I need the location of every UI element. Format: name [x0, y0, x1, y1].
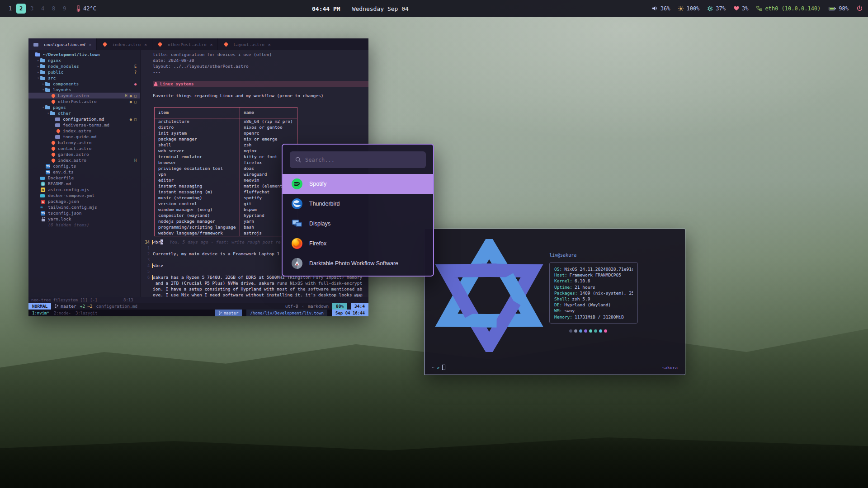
editor-tab[interactable]: Layout.astro ×: [218, 38, 276, 50]
file-icon: [45, 81, 51, 87]
tree-item[interactable]: ▾ src: [28, 75, 140, 81]
statusline-filename: configuration.md: [96, 304, 138, 309]
table-row: programming/scripting languagebash: [155, 224, 297, 230]
table-row: window manager (xorg)bspwm: [155, 206, 297, 212]
color-swatch: [584, 329, 587, 333]
workspace-button[interactable]: 1: [5, 4, 15, 14]
tmux-window-3[interactable]: 3:lazygit: [75, 311, 98, 315]
file-icon: [50, 146, 56, 151]
tree-item[interactable]: Dockerfile: [28, 175, 140, 181]
date-label: Wednesday Sep 04: [352, 5, 409, 12]
tree-item[interactable]: ▸ components ●: [28, 81, 140, 87]
tree-item[interactable]: tailwind.config.mjs: [28, 204, 140, 210]
tree-item[interactable]: ▸ node_modules E: [28, 63, 140, 69]
git-branch-icon: [55, 304, 59, 309]
fetch-info-line: Kernel: 6.10.6: [554, 278, 633, 284]
workspace-button[interactable]: 8: [49, 4, 58, 14]
color-swatch: [599, 329, 602, 333]
chevron-icon: ▾: [36, 76, 40, 80]
color-swatch: [579, 329, 582, 333]
filetype-label: markdown: [308, 304, 329, 309]
fetch-info-line: Packages: 1409 (nix-system), 2590 (nix-u…: [554, 290, 633, 296]
tree-item[interactable]: astro.config.mjs: [28, 187, 140, 192]
tree-item[interactable]: configuration.md ● □: [28, 116, 140, 122]
tree-item[interactable]: tsconfig.json: [28, 210, 140, 216]
file-icon: [50, 158, 56, 163]
tree-item[interactable]: contact.astro: [28, 145, 140, 151]
tree-item[interactable]: ▾ pages: [28, 104, 140, 110]
tab-close-icon[interactable]: ×: [210, 42, 213, 47]
tree-item[interactable]: balcony.astro: [28, 140, 140, 145]
workspace-button[interactable]: 2: [16, 4, 26, 14]
chevron-icon: ▸: [41, 82, 45, 86]
tree-item[interactable]: config.ts: [28, 163, 140, 169]
linux-penguin-icon: [154, 82, 158, 86]
fetch-info-line: DE: Hyprland (Wayland): [554, 302, 633, 308]
tree-item[interactable]: ▸ nginx: [28, 57, 140, 63]
tmux-window-2[interactable]: 2:node-: [54, 311, 71, 315]
launcher-item-displays[interactable]: Displays: [283, 214, 433, 234]
tree-item[interactable]: ▾ other: [28, 110, 140, 116]
tmux-window-1[interactable]: 1:nvim*: [32, 311, 49, 315]
buffer-blank-line: [141, 99, 368, 104]
tree-item[interactable]: Layout.astro H ● □: [28, 93, 140, 99]
tmux-cwd: /home/liv/Development/liv.town: [246, 310, 327, 316]
launcher-item-spotify[interactable]: Spotify: [283, 174, 433, 194]
workspace-button[interactable]: 4: [38, 4, 47, 14]
buffer-line: ---: [141, 69, 368, 75]
network-readout: eth0 (10.0.0.140): [756, 5, 821, 12]
nixos-logo: [433, 239, 546, 352]
editor-tab[interactable]: otherPost.astro ×: [152, 38, 218, 50]
tree-item[interactable]: package.json: [28, 198, 140, 204]
tree-item[interactable]: index.astro: [28, 128, 140, 134]
table-row: web servernginx: [155, 148, 297, 154]
tree-item[interactable]: env.d.ts: [28, 169, 140, 175]
tree-item[interactable]: garden.astro: [28, 151, 140, 157]
tab-close-icon[interactable]: ×: [268, 42, 271, 47]
file-icon: [40, 181, 46, 187]
file-tree: ~/Development/liv.town ▸ nginx ▸ node_: [28, 50, 140, 297]
table-row: webdev language/frameworkastrojs: [155, 230, 297, 236]
file-icon: [33, 42, 39, 47]
spotify-icon: [291, 178, 303, 190]
tree-item[interactable]: ~/Development/liv.town: [28, 52, 140, 57]
tree-item[interactable]: tone-guide.md: [28, 134, 140, 140]
color-swatch: [574, 329, 577, 333]
network-icon: [756, 6, 762, 11]
editor-tab[interactable]: configuration.md ×: [28, 38, 97, 50]
color-swatch: [594, 329, 597, 333]
tree-item[interactable]: index.astro H: [28, 157, 140, 163]
tree-item[interactable]: (6 hidden items): [28, 222, 140, 228]
launcher-item-darktable[interactable]: Darktable Photo Workflow Software: [283, 253, 433, 273]
editor-tab[interactable]: index.astro ×: [97, 38, 152, 50]
table-row: architecturex86_64 (rip m2 pro): [155, 118, 297, 125]
tree-item[interactable]: ▾ layouts: [28, 87, 140, 93]
tmux-clock: Sep 04 16:44: [332, 310, 368, 316]
launcher-item-firefox[interactable]: Firefox: [283, 234, 433, 253]
workspace-button[interactable]: 9: [60, 4, 69, 14]
table-row: distronixos or gentoo: [155, 124, 297, 130]
git-status-badge: ● □: [130, 99, 140, 104]
file-icon: [102, 42, 108, 47]
tab-close-icon[interactable]: ×: [144, 42, 147, 47]
tab-close-icon[interactable]: ×: [89, 42, 92, 47]
search-input[interactable]: [305, 157, 420, 163]
shell-prompt[interactable]: ~ >: [432, 365, 445, 370]
tree-item[interactable]: yarn.lock: [28, 216, 140, 222]
launcher-item-thunderbird[interactable]: Thunderbird: [283, 194, 433, 214]
fastfetch-terminal-window[interactable]: liv@sakura OS: NixOS 24.11.20240828.71e9…: [424, 229, 685, 375]
tree-item[interactable]: README.md: [28, 181, 140, 187]
table-row: nodejs package manageryarn: [155, 218, 297, 224]
text-cursor: >: [160, 239, 163, 244]
file-icon: [40, 75, 46, 81]
launcher-search-box[interactable]: [290, 151, 426, 168]
power-button[interactable]: [857, 5, 863, 11]
table-row: package managernix or emerge: [155, 136, 297, 142]
workspace-switcher: 1 2 3 4 8 9: [5, 4, 69, 14]
tree-item[interactable]: docker-compose.yml: [28, 192, 140, 198]
tree-item[interactable]: fediverse-terms.md: [28, 122, 140, 128]
tree-item[interactable]: otherPost.astro ● □: [28, 99, 140, 104]
battery-icon: [829, 6, 836, 11]
tree-item[interactable]: ▸ public ?: [28, 69, 140, 75]
workspace-button[interactable]: 3: [27, 4, 37, 14]
